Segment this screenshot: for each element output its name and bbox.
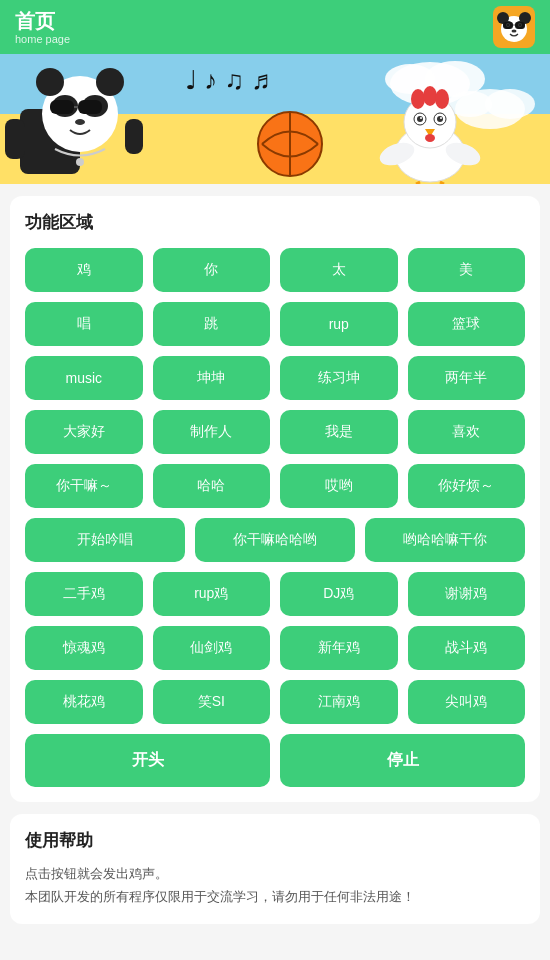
btn-tai[interactable]: 太 <box>280 248 398 292</box>
header-left: 首页 home page <box>15 9 70 45</box>
header: 首页 home page <box>0 0 550 54</box>
svg-point-29 <box>96 68 124 96</box>
help-title: 使用帮助 <box>25 829 525 852</box>
svg-point-43 <box>435 89 449 109</box>
btn-lianxikun[interactable]: 练习坤 <box>280 356 398 400</box>
stop-button[interactable]: 停止 <box>280 734 525 787</box>
page-title-zh: 首页 <box>15 9 70 33</box>
svg-point-49 <box>440 117 442 119</box>
feature-title: 功能区域 <box>25 211 525 234</box>
svg-rect-33 <box>78 100 102 114</box>
svg-rect-38 <box>125 119 143 154</box>
btn-xiaosi[interactable]: 笑SI <box>153 680 271 724</box>
btn-lol[interactable]: 哟哈哈嘛干你 <box>365 518 525 562</box>
btn-aiyo[interactable]: 哎哟 <box>280 464 398 508</box>
svg-rect-12 <box>515 22 525 29</box>
action-row: 开头 停止 <box>25 734 525 787</box>
btn-row-7: 二手鸡 rup鸡 DJ鸡 谢谢鸡 <box>25 572 525 616</box>
btn-taohuaji[interactable]: 桃花鸡 <box>25 680 143 724</box>
btn-row-5: 你干嘛～ 哈哈 哎哟 你好烦～ <box>25 464 525 508</box>
svg-point-41 <box>411 89 425 109</box>
btn-ji[interactable]: 鸡 <box>25 248 143 292</box>
btn-row-8: 惊魂鸡 仙剑鸡 新年鸡 战斗鸡 <box>25 626 525 670</box>
btn-liangnianban[interactable]: 两年半 <box>408 356 526 400</box>
btn-row-4: 大家好 制作人 我是 喜欢 <box>25 410 525 454</box>
btn-dajiahao[interactable]: 大家好 <box>25 410 143 454</box>
svg-point-20 <box>485 89 535 119</box>
svg-point-28 <box>36 68 64 96</box>
avatar[interactable] <box>493 6 535 48</box>
help-card: 使用帮助 点击按钮就会发出鸡声。 本团队开发的所有程序仅限用于交流学习，请勿用于… <box>10 814 540 924</box>
btn-mei[interactable]: 美 <box>408 248 526 292</box>
btn-row-3: music 坤坤 练习坤 两年半 <box>25 356 525 400</box>
page-title-en: home page <box>15 33 70 45</box>
btn-zhizuoren[interactable]: 制作人 <box>153 410 271 454</box>
btn-djji[interactable]: DJ鸡 <box>280 572 398 616</box>
feature-card: 功能区域 鸡 你 太 美 唱 跳 rup 篮球 music 坤坤 练习坤 两年半… <box>10 196 540 802</box>
btn-tiao[interactable]: 跳 <box>153 302 271 346</box>
svg-point-51 <box>425 134 435 142</box>
svg-line-54 <box>416 182 420 184</box>
svg-point-36 <box>76 158 84 166</box>
btn-rup[interactable]: rup <box>280 302 398 346</box>
btn-jinghunji[interactable]: 惊魂鸡 <box>25 626 143 670</box>
btn-rupji[interactable]: rup鸡 <box>153 572 271 616</box>
start-button[interactable]: 开头 <box>25 734 270 787</box>
btn-xianjianji[interactable]: 仙剑鸡 <box>153 626 271 670</box>
btn-chang[interactable]: 唱 <box>25 302 143 346</box>
btn-jiangnanji[interactable]: 江南鸡 <box>280 680 398 724</box>
svg-point-42 <box>423 86 437 106</box>
svg-point-48 <box>437 116 443 122</box>
svg-point-10 <box>512 30 517 33</box>
btn-woshi[interactable]: 我是 <box>280 410 398 454</box>
btn-row-6: 开始吟唱 你干嘛哈哈哟 哟哈哈嘛干你 <box>25 518 525 562</box>
banner: ♩ ♪ ♫ ♬ <box>0 54 550 184</box>
btn-row-1: 鸡 你 太 美 <box>25 248 525 292</box>
btn-jianjiaoji[interactable]: 尖叫鸡 <box>408 680 526 724</box>
btn-row-9: 桃花鸡 笑SI 江南鸡 尖叫鸡 <box>25 680 525 724</box>
btn-row-2: 唱 跳 rup 篮球 <box>25 302 525 346</box>
svg-point-45 <box>417 116 423 122</box>
btn-xixiaji[interactable]: 谢谢鸡 <box>408 572 526 616</box>
svg-rect-32 <box>50 100 74 114</box>
svg-point-46 <box>420 117 422 119</box>
btn-ershouji[interactable]: 二手鸡 <box>25 572 143 616</box>
svg-text:♩ ♪ ♫ ♬: ♩ ♪ ♫ ♬ <box>185 65 271 95</box>
help-line-2: 本团队开发的所有程序仅限用于交流学习，请勿用于任何非法用途！ <box>25 885 525 908</box>
svg-rect-37 <box>5 119 25 159</box>
btn-xinnianj[interactable]: 新年鸡 <box>280 626 398 670</box>
btn-kaishiyinchang[interactable]: 开始吟唱 <box>25 518 185 562</box>
btn-ni[interactable]: 你 <box>153 248 271 292</box>
help-line-1: 点击按钮就会发出鸡声。 <box>25 862 525 885</box>
btn-xihuan[interactable]: 喜欢 <box>408 410 526 454</box>
btn-zhandouji[interactable]: 战斗鸡 <box>408 626 526 670</box>
btn-lanqiu[interactable]: 篮球 <box>408 302 526 346</box>
svg-point-35 <box>75 119 85 125</box>
btn-nihaofa[interactable]: 你好烦～ <box>408 464 526 508</box>
btn-kunkun[interactable]: 坤坤 <box>153 356 271 400</box>
btn-music[interactable]: music <box>25 356 143 400</box>
btn-niganna2[interactable]: 你干嘛哈哈哟 <box>195 518 355 562</box>
btn-haha[interactable]: 哈哈 <box>153 464 271 508</box>
btn-niganna[interactable]: 你干嘛～ <box>25 464 143 508</box>
svg-rect-11 <box>503 22 513 29</box>
svg-line-55 <box>440 182 444 184</box>
